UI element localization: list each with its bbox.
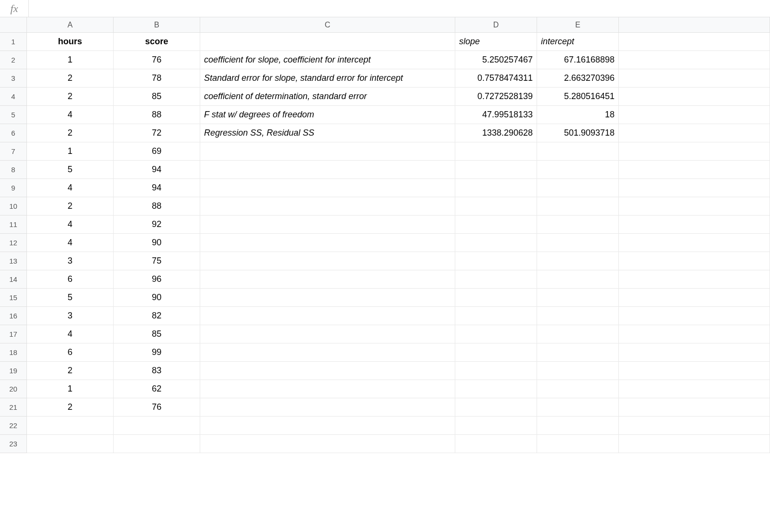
cell-C9[interactable] — [200, 179, 455, 197]
formula-input[interactable] — [29, 0, 770, 17]
row-header-19[interactable]: 19 — [0, 362, 27, 380]
cell-A10[interactable]: 2 — [27, 197, 114, 215]
column-header-A[interactable]: A — [27, 17, 114, 33]
cell-E2[interactable]: 67.16168898 — [537, 51, 619, 69]
row-header-7[interactable]: 7 — [0, 142, 27, 161]
cell-x21[interactable] — [619, 398, 770, 417]
cell-B23[interactable] — [114, 435, 200, 453]
cell-D10[interactable] — [455, 197, 537, 215]
cell-E12[interactable] — [537, 234, 619, 252]
cell-x6[interactable] — [619, 124, 770, 142]
cell-C13[interactable] — [200, 252, 455, 270]
cell-A3[interactable]: 2 — [27, 69, 114, 88]
cell-E4[interactable]: 5.280516451 — [537, 88, 619, 106]
cell-A15[interactable]: 5 — [27, 289, 114, 307]
cell-C3[interactable]: Standard error for slope, standard error… — [200, 69, 455, 88]
cell-A11[interactable]: 4 — [27, 215, 114, 234]
cell-B22[interactable] — [114, 417, 200, 435]
cell-A20[interactable]: 1 — [27, 380, 114, 398]
column-header-E[interactable]: E — [537, 17, 619, 33]
row-header-23[interactable]: 23 — [0, 435, 27, 453]
cell-A23[interactable] — [27, 435, 114, 453]
cell-D3[interactable]: 0.7578474311 — [455, 69, 537, 88]
row-header-5[interactable]: 5 — [0, 106, 27, 124]
row-header-13[interactable]: 13 — [0, 252, 27, 270]
cell-B21[interactable]: 76 — [114, 398, 200, 417]
cell-D21[interactable] — [455, 398, 537, 417]
cell-x5[interactable] — [619, 106, 770, 124]
row-header-22[interactable]: 22 — [0, 417, 27, 435]
cell-B15[interactable]: 90 — [114, 289, 200, 307]
cell-A4[interactable]: 2 — [27, 88, 114, 106]
cell-B7[interactable]: 69 — [114, 142, 200, 161]
cell-A5[interactable]: 4 — [27, 106, 114, 124]
fx-icon[interactable]: fx — [0, 0, 29, 17]
cell-C22[interactable] — [200, 417, 455, 435]
cell-B1[interactable]: score — [114, 33, 200, 51]
select-all-corner[interactable] — [0, 17, 27, 33]
cell-D1[interactable]: slope — [455, 33, 537, 51]
cell-A14[interactable]: 6 — [27, 270, 114, 289]
cell-x20[interactable] — [619, 380, 770, 398]
cell-C12[interactable] — [200, 234, 455, 252]
cell-E14[interactable] — [537, 270, 619, 289]
cell-A17[interactable]: 4 — [27, 325, 114, 343]
cell-C21[interactable] — [200, 398, 455, 417]
cell-A19[interactable]: 2 — [27, 362, 114, 380]
cell-C17[interactable] — [200, 325, 455, 343]
cell-A2[interactable]: 1 — [27, 51, 114, 69]
cell-D5[interactable]: 47.99518133 — [455, 106, 537, 124]
cell-C5[interactable]: F stat w/ degrees of freedom — [200, 106, 455, 124]
cell-C6[interactable]: Regression SS, Residual SS — [200, 124, 455, 142]
cell-E16[interactable] — [537, 307, 619, 325]
cell-D2[interactable]: 5.250257467 — [455, 51, 537, 69]
cell-E11[interactable] — [537, 215, 619, 234]
cell-D22[interactable] — [455, 417, 537, 435]
column-header-blank[interactable] — [619, 17, 770, 33]
cell-C11[interactable] — [200, 215, 455, 234]
row-header-9[interactable]: 9 — [0, 179, 27, 197]
cell-x4[interactable] — [619, 88, 770, 106]
cell-D23[interactable] — [455, 435, 537, 453]
cell-C2[interactable]: coefficient for slope, coefficient for i… — [200, 51, 455, 69]
cell-x23[interactable] — [619, 435, 770, 453]
cell-E23[interactable] — [537, 435, 619, 453]
row-header-4[interactable]: 4 — [0, 88, 27, 106]
cell-C14[interactable] — [200, 270, 455, 289]
cell-x9[interactable] — [619, 179, 770, 197]
cell-D17[interactable] — [455, 325, 537, 343]
cell-B5[interactable]: 88 — [114, 106, 200, 124]
cell-D18[interactable] — [455, 343, 537, 362]
cell-E10[interactable] — [537, 197, 619, 215]
cell-C15[interactable] — [200, 289, 455, 307]
cell-C8[interactable] — [200, 161, 455, 179]
cell-x15[interactable] — [619, 289, 770, 307]
cell-B8[interactable]: 94 — [114, 161, 200, 179]
cell-B10[interactable]: 88 — [114, 197, 200, 215]
cell-E13[interactable] — [537, 252, 619, 270]
cell-B16[interactable]: 82 — [114, 307, 200, 325]
cell-x1[interactable] — [619, 33, 770, 51]
cell-B18[interactable]: 99 — [114, 343, 200, 362]
row-header-8[interactable]: 8 — [0, 161, 27, 179]
cell-x18[interactable] — [619, 343, 770, 362]
cell-D20[interactable] — [455, 380, 537, 398]
cell-B9[interactable]: 94 — [114, 179, 200, 197]
cell-D4[interactable]: 0.7272528139 — [455, 88, 537, 106]
cell-A13[interactable]: 3 — [27, 252, 114, 270]
row-header-21[interactable]: 21 — [0, 398, 27, 417]
cell-C10[interactable] — [200, 197, 455, 215]
column-header-C[interactable]: C — [200, 17, 455, 33]
cell-x7[interactable] — [619, 142, 770, 161]
cell-A6[interactable]: 2 — [27, 124, 114, 142]
cell-D15[interactable] — [455, 289, 537, 307]
cell-E3[interactable]: 2.663270396 — [537, 69, 619, 88]
cell-E19[interactable] — [537, 362, 619, 380]
cell-B13[interactable]: 75 — [114, 252, 200, 270]
cell-D9[interactable] — [455, 179, 537, 197]
cell-E6[interactable]: 501.9093718 — [537, 124, 619, 142]
row-header-18[interactable]: 18 — [0, 343, 27, 362]
cell-B2[interactable]: 76 — [114, 51, 200, 69]
cell-x8[interactable] — [619, 161, 770, 179]
cell-A22[interactable] — [27, 417, 114, 435]
